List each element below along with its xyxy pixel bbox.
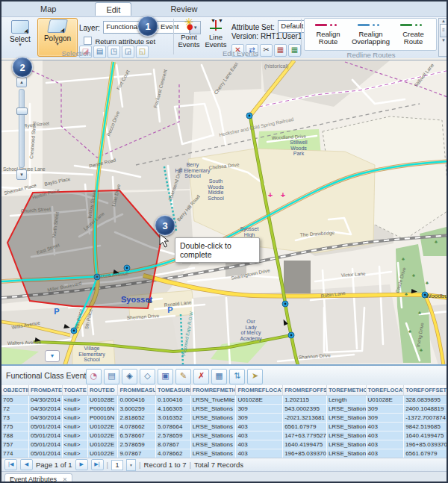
event-editor-window: MapEditReview ➤ Select ▼ ➤ Polygon ▼ Lay… xyxy=(0,0,448,483)
column-header-routeid[interactable]: ROUTEID xyxy=(87,385,118,396)
column-header-torefmethod[interactable]: TOREFMETHOD xyxy=(326,385,366,396)
events-table[interactable]: OBJECTIDFROMDATETODATEROUTEIDFROMMEASURE… xyxy=(1,385,448,458)
svg-text:♣: ♣ xyxy=(402,257,405,261)
zoom-to-selection-icon[interactable]: ◈ xyxy=(122,369,137,384)
svg-text:+: + xyxy=(268,190,273,199)
scroll-thumb[interactable]: ≡ xyxy=(440,24,447,37)
realign-overlapping-button[interactable]: RealignOverlapping xyxy=(350,21,391,46)
version-label: Version: RHT1.User1 xyxy=(231,32,302,40)
polygon-caret-icon: ▼ xyxy=(38,43,77,46)
callout-step-2: 2 xyxy=(12,57,33,78)
column-header-objectid[interactable]: OBJECTID xyxy=(1,385,28,396)
scroll-down-icon[interactable]: ▼ xyxy=(439,38,448,43)
ribbon: MapEditReview ➤ Select ▼ ➤ Polygon ▼ Lay… xyxy=(1,1,447,58)
svg-text:(historical): (historical) xyxy=(264,63,288,69)
column-header-tomeasure[interactable]: TOMEASURE xyxy=(156,385,191,396)
record-range-label: Record 1 to 7 xyxy=(144,461,187,469)
svg-text:♣: ♣ xyxy=(408,329,411,334)
first-page-button[interactable]: |◀ xyxy=(4,459,17,470)
tab-event-attributes[interactable]: Event Attributes ✕ xyxy=(4,473,72,483)
grid-view-icon[interactable]: ▦ xyxy=(288,44,301,57)
close-tab-icon[interactable]: ✕ xyxy=(63,476,68,483)
column-header-fromreflocation[interactable]: FROMREFLOCATION xyxy=(236,385,283,396)
route-line-icon xyxy=(358,22,384,28)
column-header-toreflocation[interactable]: TOREFLOCATION xyxy=(366,385,404,396)
column-header-torefoffset[interactable]: TOREFOFFSET xyxy=(404,385,448,396)
table-row[interactable]: 70504/30/2014<null>U01028E0.0004160.1004… xyxy=(1,396,448,405)
last-page-button[interactable]: ▶| xyxy=(91,459,104,470)
map-overview-toggle[interactable]: ▼ xyxy=(45,350,60,362)
select-routes-icon[interactable]: ◲ xyxy=(122,46,134,58)
select-caret-icon: ▼ xyxy=(5,43,35,46)
table-panel-title: Functional Class Event xyxy=(6,371,86,380)
tab-edit[interactable]: Edit xyxy=(95,2,131,16)
edit-attributes-icon[interactable]: ✎ xyxy=(175,369,191,384)
callout-step-3: 3 xyxy=(155,215,175,236)
select-features-icon[interactable]: ◱ xyxy=(136,46,149,58)
save-icon[interactable]: ▣ xyxy=(158,369,173,384)
table-row[interactable]: 77505/01/2014<null>U01022E4.0786625.0786… xyxy=(1,423,448,431)
line-events-icon: ▼▼ xyxy=(209,20,223,32)
table-row[interactable]: 77405/01/2014<null>U01022E9.078674.07866… xyxy=(1,449,448,458)
page-number-arrow-icon[interactable]: ▼ xyxy=(126,459,136,471)
svg-text:Woodbury: Woodbury xyxy=(426,293,448,299)
zoom-out-icon[interactable]: ▼ xyxy=(16,169,27,180)
create-route-button[interactable]: CreateRoute xyxy=(393,21,434,46)
pan-to-selection-icon[interactable]: ◇ xyxy=(140,369,155,384)
table-row[interactable]: 78805/01/2014<null>U01022E6.5786672.5786… xyxy=(1,431,448,440)
route-line-icon xyxy=(400,22,426,28)
identify-tool-icon[interactable]: ◔ xyxy=(86,369,102,384)
realign-route-button[interactable]: RealignRoute xyxy=(308,21,349,46)
table-row[interactable]: 75705/01/2014<null>U01022E2.5786598.0786… xyxy=(1,440,448,449)
svg-text:SouthWoodsMiddleSchool: SouthWoodsMiddleSchool xyxy=(208,178,224,201)
attribute-set-icon[interactable]: ▦ xyxy=(211,369,227,384)
prev-page-button[interactable]: ◀ xyxy=(20,459,33,470)
column-header-frommeasure[interactable]: FROMMEASURE xyxy=(118,385,156,396)
page-number-select[interactable]: 1 xyxy=(111,460,123,470)
map-zoom-slider[interactable]: ▲ ▼ xyxy=(16,77,27,178)
zoom-handle[interactable] xyxy=(16,107,28,115)
group-divider xyxy=(173,19,174,54)
sort-icon[interactable]: ⇅ xyxy=(229,369,245,384)
group-divider xyxy=(301,19,302,54)
delete-event-icon[interactable]: ✗ xyxy=(193,369,209,384)
callout-step-1: 1 xyxy=(137,16,158,37)
page-indicator: Page 1 of 1 xyxy=(36,461,72,469)
zoom-track[interactable] xyxy=(19,89,25,168)
scroll-up-icon[interactable]: ▲ xyxy=(439,19,448,23)
total-records-label: Total 7 Records xyxy=(194,461,243,469)
attribute-set-label: Attribute Set: xyxy=(231,23,275,31)
table-pagination: |◀ ◀ Page 1 of 1 ▶ ▶| | 1 ▼ | Record 1 t… xyxy=(1,458,448,471)
tab-map[interactable]: Map xyxy=(30,2,66,15)
svg-text:♣: ♣ xyxy=(418,311,421,315)
svg-text:Syosset: Syosset xyxy=(121,295,153,304)
show-attributes-icon[interactable]: ▤ xyxy=(104,369,119,384)
table-panel-header: Functional Class Event ◔▤◈◇▣✎✗▦⇅➤ xyxy=(1,366,448,385)
bottom-tab-bar: Event Attributes ✕ xyxy=(1,471,448,483)
redline-group-label: Redline Routes xyxy=(315,51,427,59)
table-row[interactable]: 7304/30/2014<null>P00016N2.8186523.01635… xyxy=(1,414,448,423)
svg-text:♣: ♣ xyxy=(420,348,423,352)
map-svg: ♣♣♣♣♣♣♣♣ Fort CourtFoxhurst CrescentCher… xyxy=(1,60,448,365)
table-row[interactable]: 7204/30/2014<null>P00016N3.6002594.16630… xyxy=(1,405,448,414)
zoom-in-icon[interactable]: ▲ xyxy=(16,77,27,87)
point-events-button[interactable]: ✳● Point Events xyxy=(176,20,202,49)
column-header-todate[interactable]: TODATE xyxy=(62,385,87,396)
table-toolbar: ◔▤◈◇▣✎✗▦⇅➤ xyxy=(86,368,265,384)
export-icon[interactable]: ➤ xyxy=(247,369,263,384)
column-header-fromdate[interactable]: FROMDATE xyxy=(28,385,62,396)
svg-text:♣: ♣ xyxy=(426,281,429,285)
column-header-fromrefoffset[interactable]: FROMREFOFFSET xyxy=(283,385,327,396)
svg-text:♣: ♣ xyxy=(412,273,415,278)
edit-events-group-label: Edit Events xyxy=(203,49,278,57)
next-page-button[interactable]: ▶ xyxy=(75,459,88,470)
svg-text:+: + xyxy=(281,190,285,199)
redline-routes-panel: RealignRouteRealignOverlappingCreateRout… xyxy=(304,18,437,51)
ribbon-tab-row: MapEditReview xyxy=(1,1,447,17)
column-header-fromrefmethod[interactable]: FROMREFMETHOD xyxy=(190,385,236,396)
line-events-button[interactable]: ▼▼ Line Events xyxy=(203,20,228,49)
tab-review[interactable]: Review xyxy=(160,2,208,15)
selection-group-label: Selection xyxy=(31,49,121,57)
map-canvas[interactable]: ♣♣♣♣♣♣♣♣ Fort CourtFoxhurst CrescentCher… xyxy=(1,60,448,365)
ribbon-scrollbar[interactable]: ▲ ≡ ▼ xyxy=(438,18,448,57)
